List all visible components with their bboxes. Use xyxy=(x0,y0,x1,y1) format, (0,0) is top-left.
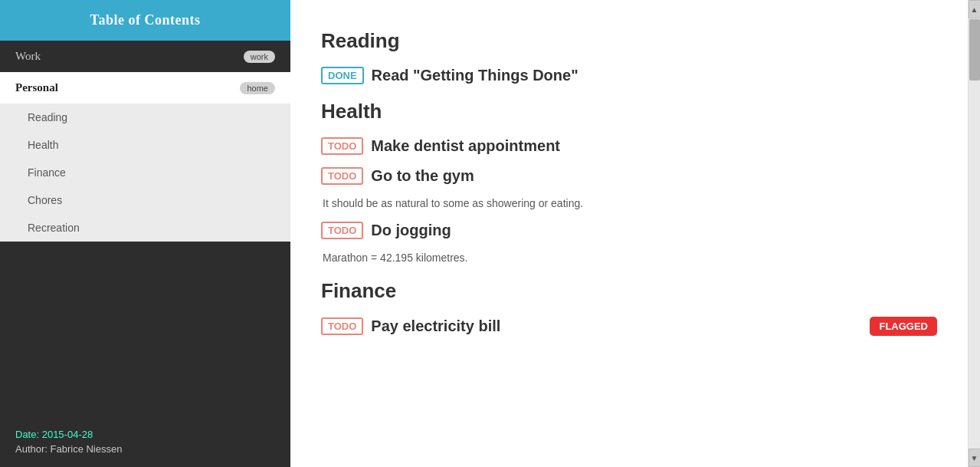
sidebar-work-label: Work xyxy=(15,50,41,63)
task-left: TODO Pay electricity bill xyxy=(321,317,500,335)
section-finance: Finance TODO Pay electricity bill FLAGGE… xyxy=(321,279,937,336)
sidebar-subitem-recreation[interactable]: Recreation xyxy=(0,214,290,242)
sidebar-date: Date: 2015-04-28 xyxy=(15,429,275,440)
task-left: TODO Make dentist appointment xyxy=(321,137,560,155)
section-health: Health TODO Make dentist appointment TOD… xyxy=(321,100,937,264)
task-text: Read "Getting Things Done" xyxy=(372,67,578,84)
badge-todo: TODO xyxy=(321,317,363,335)
task-row: TODO Make dentist appointment xyxy=(321,137,937,155)
badge-todo: TODO xyxy=(321,222,363,239)
section-heading-finance: Finance xyxy=(321,279,937,303)
sidebar: Table of Contents Work work Personal hom… xyxy=(0,0,290,467)
scroll-track[interactable] xyxy=(969,18,981,449)
task-left: TODO Do jogging xyxy=(321,222,451,239)
task-text: Go to the gym xyxy=(371,167,474,185)
sidebar-subitem-finance[interactable]: Finance xyxy=(0,159,290,186)
task-row: TODO Go to the gym xyxy=(321,167,937,185)
task-text: Do jogging xyxy=(371,222,451,239)
badge-flagged: FLAGGED xyxy=(870,317,937,336)
sidebar-personal-badge: home xyxy=(240,82,275,94)
section-heading-health: Health xyxy=(321,100,937,123)
scroll-up-button[interactable]: ▲ xyxy=(969,0,981,18)
task-row: TODO Pay electricity bill FLAGGED xyxy=(321,317,937,336)
sidebar-subitem-chores[interactable]: Chores xyxy=(0,186,290,214)
task-text: Make dentist appointment xyxy=(371,137,560,155)
section-reading: Reading DONE Read "Getting Things Done" xyxy=(321,29,937,84)
sidebar-subitem-health[interactable]: Health xyxy=(0,131,290,159)
sidebar-work-badge: work xyxy=(244,51,275,63)
sidebar-nav: Work work Personal home Reading Health F… xyxy=(0,41,290,415)
sidebar-author: Author: Fabrice Niessen xyxy=(15,443,275,455)
sidebar-subitem-reading[interactable]: Reading xyxy=(0,104,290,131)
main-content: Reading DONE Read "Getting Things Done" … xyxy=(290,0,968,467)
task-note: It should be as natural to some as showe… xyxy=(323,197,937,209)
sidebar-subitems: Reading Health Finance Chores Recreation xyxy=(0,104,290,242)
task-row: DONE Read "Getting Things Done" xyxy=(321,67,937,84)
task-note: Marathon = 42.195 kilometres. xyxy=(323,252,937,264)
badge-todo: TODO xyxy=(321,167,363,185)
sidebar-title: Table of Contents xyxy=(0,0,290,41)
sidebar-item-work[interactable]: Work work xyxy=(0,41,290,72)
badge-todo: TODO xyxy=(321,137,363,155)
task-text: Pay electricity bill xyxy=(371,317,500,335)
scroll-down-button[interactable]: ▼ xyxy=(969,449,981,467)
task-row: TODO Do jogging xyxy=(321,222,937,239)
task-left: DONE Read "Getting Things Done" xyxy=(321,67,578,84)
sidebar-footer: Date: 2015-04-28 Author: Fabrice Niessen xyxy=(0,415,290,467)
scroll-thumb[interactable] xyxy=(969,19,980,81)
sidebar-item-personal[interactable]: Personal home xyxy=(0,72,290,104)
task-left: TODO Go to the gym xyxy=(321,167,474,185)
badge-done: DONE xyxy=(321,67,364,84)
scrollbar: ▲ ▼ xyxy=(968,0,980,467)
sidebar-personal-label: Personal xyxy=(15,81,58,94)
section-heading-reading: Reading xyxy=(321,29,937,53)
